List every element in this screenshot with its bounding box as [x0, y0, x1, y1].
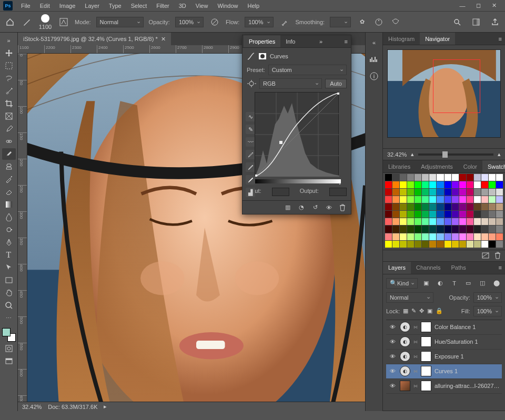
swatch-cell[interactable]: [400, 189, 407, 196]
swatch-cell[interactable]: [474, 174, 481, 181]
swatch-cell[interactable]: [415, 181, 421, 188]
swatch-cell[interactable]: [474, 218, 481, 225]
swatch-cell[interactable]: [467, 203, 473, 210]
swatch-cell[interactable]: [496, 196, 503, 203]
curves-auto-button[interactable]: Auto: [325, 79, 347, 88]
expand-tools-icon[interactable]: »: [2, 35, 16, 46]
curves-channel-dropdown[interactable]: RGB: [259, 78, 322, 89]
swatch-cell[interactable]: [392, 189, 399, 196]
swatch-cell[interactable]: [445, 241, 451, 248]
swatch-cell[interactable]: [385, 233, 392, 240]
swatch-cell[interactable]: [415, 174, 421, 181]
delete-adjustment-icon[interactable]: [338, 203, 347, 212]
swatch-cell[interactable]: [452, 241, 459, 248]
swatch-cell[interactable]: [481, 196, 488, 203]
swatch-cell[interactable]: [385, 203, 392, 210]
lasso-tool[interactable]: [2, 73, 16, 84]
swatch-cell[interactable]: [429, 181, 436, 188]
home-icon[interactable]: [4, 16, 16, 28]
layer-row[interactable]: 👁◐⋈Curves 1: [386, 364, 502, 379]
swatch-cell[interactable]: [407, 226, 414, 232]
panel-menu-icon[interactable]: ≡: [341, 38, 351, 45]
swatch-cell[interactable]: [467, 218, 473, 225]
swatch-cell[interactable]: [459, 196, 466, 203]
swatch-cell[interactable]: [459, 189, 466, 196]
color-picker[interactable]: [2, 328, 16, 342]
layer-fill-dropdown[interactable]: 100%: [473, 306, 502, 316]
menu-help[interactable]: Help: [244, 1, 264, 11]
flow-dropdown[interactable]: 100%: [245, 17, 273, 27]
eyedropper-tool[interactable]: [2, 123, 16, 135]
swatch-cell[interactable]: [415, 203, 421, 210]
menu-window[interactable]: Window: [213, 1, 242, 11]
clip-histogram-icon[interactable]: ▟: [246, 188, 255, 197]
swatch-cell[interactable]: [496, 218, 503, 225]
navigator-viewport[interactable]: [433, 59, 480, 113]
eyedropper-black-icon[interactable]: [246, 150, 255, 159]
swatch-cell[interactable]: [407, 174, 414, 181]
document-tab[interactable]: iStock-531799796.jpg @ 32.4% (Curves 1, …: [18, 33, 171, 45]
tab-layers[interactable]: Layers: [383, 262, 411, 274]
swatch-cell[interactable]: [489, 211, 496, 218]
menu-type[interactable]: Type: [105, 1, 126, 11]
layer-row[interactable]: 👁◐⋈Color Balance 1: [386, 320, 502, 335]
smoothing-dropdown[interactable]: [330, 17, 351, 27]
history-brush-tool[interactable]: [2, 173, 16, 185]
delete-swatch-icon[interactable]: [494, 252, 501, 259]
swatch-cell[interactable]: [489, 233, 496, 240]
swatch-cell[interactable]: [385, 218, 392, 225]
swatch-cell[interactable]: [437, 218, 443, 225]
swatch-cell[interactable]: [415, 241, 421, 248]
lock-transparency-icon[interactable]: ▦: [403, 308, 408, 314]
menu-view[interactable]: View: [191, 1, 213, 11]
swatch-cell[interactable]: [385, 196, 392, 203]
swatch-cell[interactable]: [445, 203, 451, 210]
swatch-cell[interactable]: [481, 181, 488, 188]
swatch-cell[interactable]: [422, 218, 429, 225]
swatch-cell[interactable]: [489, 226, 496, 232]
swatch-cell[interactable]: [459, 218, 466, 225]
swatch-cell[interactable]: [489, 203, 496, 210]
layer-visibility-icon[interactable]: 👁: [388, 324, 397, 330]
swatch-cell[interactable]: [407, 196, 414, 203]
tab-color[interactable]: Color: [458, 160, 482, 172]
tab-properties[interactable]: Properties: [244, 35, 280, 47]
swatch-cell[interactable]: [392, 241, 399, 248]
layer-mask-thumb[interactable]: [421, 366, 431, 376]
swatch-cell[interactable]: [489, 196, 496, 203]
rectangle-tool[interactable]: [2, 274, 16, 286]
swatch-cell[interactable]: [392, 203, 399, 210]
swatch-cell[interactable]: [437, 203, 443, 210]
swatch-cell[interactable]: [392, 181, 399, 188]
swatch-cell[interactable]: [459, 233, 466, 240]
tab-libraries[interactable]: Libraries: [383, 160, 416, 172]
swatch-cell[interactable]: [392, 226, 399, 232]
curves-input-ramp[interactable]: [252, 179, 341, 185]
swatch-cell[interactable]: [400, 233, 407, 240]
workspace-icon[interactable]: [470, 16, 482, 28]
swatch-cell[interactable]: [415, 226, 421, 232]
crop-tool[interactable]: [2, 98, 16, 109]
lock-all-icon[interactable]: 🔒: [436, 308, 443, 314]
filter-image-icon[interactable]: ▣: [421, 278, 432, 289]
layer-opacity-dropdown[interactable]: 100%: [473, 292, 502, 303]
blur-tool[interactable]: [2, 211, 16, 223]
swatch-cell[interactable]: [496, 233, 503, 240]
layer-mask-thumb[interactable]: [421, 322, 431, 332]
swatch-cell[interactable]: [422, 203, 429, 210]
layer-filter-dropdown[interactable]: 🔍 Kind: [386, 278, 418, 289]
swatch-cell[interactable]: [481, 203, 488, 210]
brush-size-preview[interactable]: 1100: [38, 14, 53, 30]
swatch-cell[interactable]: [474, 203, 481, 210]
swatch-cell[interactable]: [437, 196, 443, 203]
curve-point-tool-icon[interactable]: ∿: [246, 112, 255, 121]
lock-artboard-icon[interactable]: ▣: [427, 308, 432, 314]
panel-menu-icon[interactable]: ≡: [496, 36, 505, 42]
healing-brush-tool[interactable]: [2, 136, 16, 147]
swatch-cell[interactable]: [429, 226, 436, 232]
swatch-cell[interactable]: [452, 211, 459, 218]
properties-panel[interactable]: Properties Info » ≡ Curves Preset: Custo…: [242, 35, 351, 214]
status-doc-size[interactable]: Doc: 63.3M/317.6K: [48, 404, 97, 410]
menu-file[interactable]: File: [17, 1, 35, 11]
swatch-cell[interactable]: [481, 189, 488, 196]
